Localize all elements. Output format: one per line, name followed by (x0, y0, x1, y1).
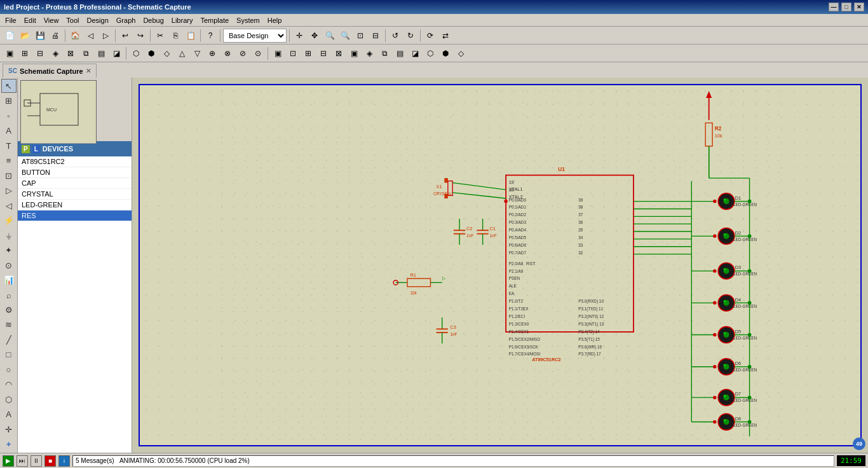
terminal-tool[interactable]: ▷ (1, 183, 17, 197)
line-tool[interactable]: ╱ (1, 333, 17, 347)
menu-file[interactable]: File (1, 15, 20, 25)
component-tool[interactable]: ⊞ (1, 93, 17, 107)
junction-tool[interactable]: ◦ (1, 109, 17, 123)
port-tool[interactable]: ◁ (1, 198, 17, 212)
probe-tool[interactable]: ⊙ (1, 258, 17, 272)
tb2-25[interactable]: ⧉ (377, 46, 391, 60)
tb2-20[interactable]: ⊞ (301, 46, 315, 60)
menu-edit[interactable]: Edit (20, 15, 40, 25)
tb2-12[interactable]: △ (175, 46, 189, 60)
text-tool[interactable]: T (1, 139, 17, 153)
tb2-22[interactable]: ⊠ (332, 46, 346, 60)
ground-tool[interactable]: ⏚ (1, 228, 17, 242)
tb2-5[interactable]: ⊠ (64, 46, 78, 60)
menu-design[interactable]: Design (83, 15, 112, 25)
pause-btn[interactable]: ⏸ (31, 455, 42, 467)
menu-library[interactable]: Library (168, 15, 197, 25)
menu-help[interactable]: Help (264, 15, 286, 25)
marker-tool[interactable]: ✦ (1, 243, 17, 257)
add-tool[interactable]: + (1, 437, 17, 451)
menu-debug[interactable]: Debug (139, 15, 167, 25)
tb2-27[interactable]: ◪ (408, 46, 422, 60)
tb2-11[interactable]: ◇ (159, 46, 173, 60)
tb2-26[interactable]: ▤ (393, 46, 407, 60)
menu-template[interactable]: Template (196, 15, 233, 25)
tb2-7[interactable]: ▤ (94, 46, 108, 60)
zoomfit-btn[interactable]: ⊡ (353, 29, 367, 43)
fwd-btn[interactable]: ▷ (98, 29, 112, 43)
zoomout-btn[interactable]: 🔍 (338, 29, 352, 43)
schematic-tab[interactable]: SC Schematic Capture ✕ (3, 64, 97, 78)
select-tool[interactable]: ↖ (1, 79, 17, 93)
mirror-btn[interactable]: ⇄ (438, 29, 452, 43)
step-btn[interactable]: ⏭ (17, 455, 28, 467)
move-btn[interactable]: ✥ (308, 29, 322, 43)
undo2-btn[interactable]: ↺ (388, 29, 402, 43)
device-led[interactable]: LED-GREEN (18, 200, 132, 210)
tb2-13[interactable]: ▽ (190, 46, 204, 60)
menu-graph[interactable]: Graph (112, 15, 140, 25)
new-btn[interactable]: 📄 (3, 29, 17, 43)
device-crystal[interactable]: CRYSTAL (18, 189, 132, 200)
power-tool[interactable]: ⚡ (1, 213, 17, 227)
zoomin-btn[interactable]: 🔍 (323, 29, 337, 43)
minimize-btn[interactable]: — (829, 3, 839, 11)
tape-tool[interactable]: ⌕ (1, 288, 17, 302)
generator-tool[interactable]: ⚙ (1, 303, 17, 317)
save-btn[interactable]: 💾 (33, 29, 47, 43)
tb2-23[interactable]: ▣ (347, 46, 361, 60)
tb2-10[interactable]: ⬢ (144, 46, 158, 60)
tb2-15[interactable]: ⊗ (220, 46, 234, 60)
circle-tool[interactable]: ○ (1, 362, 17, 376)
box-tool[interactable]: □ (1, 348, 17, 362)
tb2-17[interactable]: ⊙ (251, 46, 265, 60)
tb2-29[interactable]: ⬢ (438, 46, 452, 60)
tb2-18[interactable]: ▣ (271, 46, 285, 60)
maximize-btn[interactable]: □ (841, 3, 851, 11)
copy-btn[interactable]: ⎘ (168, 29, 182, 43)
symbol-tool[interactable]: A (1, 408, 17, 422)
tab-close-btn[interactable]: ✕ (86, 67, 91, 74)
home-btn[interactable]: 🏠 (68, 29, 82, 43)
device-cap[interactable]: CAP (18, 178, 132, 189)
undo-btn[interactable]: ↩ (118, 29, 132, 43)
origin-tool[interactable]: ✛ (1, 422, 17, 436)
schematic-canvas[interactable]: R2 10k U1 P0.0/AD0 P0.1/AD1 P0.2/AD2 P0.… (132, 78, 868, 453)
tb2-14[interactable]: ⊕ (205, 46, 219, 60)
poly-tool[interactable]: ⬡ (1, 392, 17, 406)
help-btn[interactable]: ? (203, 29, 217, 43)
tb2-21[interactable]: ⊟ (316, 46, 330, 60)
menu-tool[interactable]: Tool (62, 15, 83, 25)
print-btn[interactable]: 🖨 (48, 29, 62, 43)
menu-view[interactable]: View (40, 15, 63, 25)
sub-circuit-tool[interactable]: ⊡ (1, 169, 17, 182)
tb2-16[interactable]: ⊘ (236, 46, 250, 60)
rotate-btn[interactable]: ⟳ (423, 29, 437, 43)
device-res[interactable]: RES (18, 210, 132, 221)
canvas-area[interactable]: R2 10k U1 P0.0/AD0 P0.1/AD1 P0.2/AD2 P0.… (139, 84, 862, 446)
redo2-btn[interactable]: ↻ (403, 29, 417, 43)
tb2-2[interactable]: ⊞ (18, 46, 32, 60)
stop-btn[interactable]: ■ (44, 455, 56, 467)
arc-tool[interactable]: ◠ (1, 378, 17, 392)
play-btn[interactable]: ▶ (3, 455, 14, 467)
tb2-1[interactable]: ▣ (3, 46, 17, 60)
graph-tool[interactable]: 📊 (1, 273, 17, 287)
close-btn[interactable]: ✕ (854, 3, 864, 11)
device-at89[interactable]: AT89C51RC2 (18, 156, 132, 167)
back-btn[interactable]: ◁ (83, 29, 97, 43)
tb2-6[interactable]: ⧉ (79, 46, 93, 60)
tb2-19[interactable]: ⊡ (286, 46, 300, 60)
cross-btn[interactable]: ✛ (292, 29, 306, 43)
cut-btn[interactable]: ✂ (153, 29, 167, 43)
bus-tool[interactable]: ≡ (1, 153, 17, 167)
tb2-9[interactable]: ⬡ (129, 46, 143, 60)
tb2-28[interactable]: ⬡ (423, 46, 437, 60)
open-btn[interactable]: 📂 (18, 29, 32, 43)
design-dropdown[interactable]: Base Design (223, 29, 287, 43)
tb2-24[interactable]: ◈ (362, 46, 376, 60)
redo-btn[interactable]: ↪ (133, 29, 147, 43)
device-button[interactable]: BUTTON (18, 167, 132, 178)
tb2-4[interactable]: ◈ (48, 46, 62, 60)
paste-btn[interactable]: 📋 (184, 29, 198, 43)
